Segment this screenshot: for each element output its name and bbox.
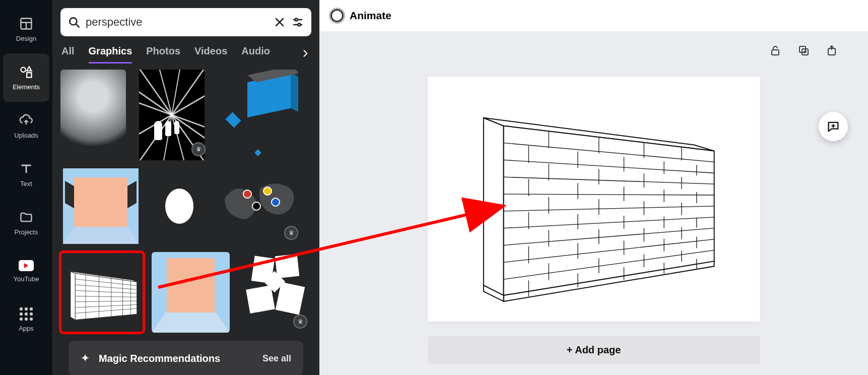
- svg-point-3: [21, 67, 26, 72]
- result-rays-people[interactable]: ♛: [134, 70, 210, 160]
- youtube-icon: [19, 260, 34, 271]
- magic-title: Magic Recommendations: [99, 353, 253, 364]
- canvas-area: Animate: [319, 0, 868, 375]
- brick-wall-thumbnail: [62, 252, 143, 333]
- rail-projects[interactable]: Projects: [3, 199, 49, 247]
- elements-icon: [19, 65, 33, 79]
- apps-grid-icon: [20, 307, 33, 321]
- svg-marker-5: [27, 67, 31, 71]
- room-thumbnail: [63, 168, 139, 244]
- result-orange-room[interactable]: [60, 168, 141, 244]
- rail-label: Projects: [15, 228, 38, 236]
- search-icon: [68, 16, 81, 29]
- search-input[interactable]: [86, 16, 268, 29]
- rail-label: Elements: [13, 83, 40, 91]
- export-page-button[interactable]: [825, 43, 839, 57]
- svg-rect-4: [27, 73, 31, 77]
- tabs-scroll-right-button[interactable]: [300, 48, 310, 61]
- cloud-upload-icon: [19, 113, 33, 128]
- page-tools: [768, 43, 839, 57]
- tab-audio[interactable]: Audio: [241, 45, 270, 64]
- result-sculpture[interactable]: [60, 70, 126, 160]
- search-box: [60, 8, 311, 36]
- svg-marker-35: [484, 118, 504, 295]
- svg-line-7: [76, 24, 79, 27]
- rail-elements[interactable]: Elements: [3, 53, 49, 102]
- magic-recommendations-bar[interactable]: ✦ Magic Recommendations See all: [69, 341, 303, 375]
- folder-icon: [19, 210, 33, 224]
- tab-videos[interactable]: Videos: [194, 45, 227, 64]
- result-orange-room-wide[interactable]: [152, 252, 230, 333]
- rail-uploads[interactable]: Uploads: [3, 102, 49, 150]
- svg-marker-14: [70, 272, 75, 320]
- duplicate-page-button[interactable]: [796, 43, 811, 57]
- animate-button[interactable]: Animate: [350, 10, 391, 22]
- animate-icon: [330, 9, 344, 22]
- elements-panel: All Graphics Photos Videos Audio ♛: [52, 0, 319, 375]
- brick-wall-graphic[interactable]: [451, 94, 737, 304]
- rail-label: Uploads: [14, 132, 38, 139]
- add-page-button[interactable]: + Add page: [428, 336, 760, 364]
- rail-text[interactable]: Text: [3, 150, 49, 199]
- sculpture-thumbnail: [60, 70, 126, 160]
- search-filters-button[interactable]: [291, 16, 304, 29]
- templates-icon: [19, 17, 33, 31]
- tab-all[interactable]: All: [61, 45, 75, 64]
- tab-graphics[interactable]: Graphics: [89, 45, 132, 64]
- result-white-ellipse[interactable]: [149, 168, 210, 244]
- rail-youtube[interactable]: YouTube: [3, 247, 49, 295]
- element-type-tabs: All Graphics Photos Videos Audio: [52, 40, 319, 64]
- clear-search-button[interactable]: [273, 16, 286, 29]
- lock-page-button[interactable]: [768, 43, 782, 57]
- tab-photos[interactable]: Photos: [146, 45, 180, 64]
- svg-rect-29: [772, 50, 779, 55]
- text-icon: [19, 162, 33, 176]
- rail-label: Design: [16, 35, 36, 42]
- rail-apps[interactable]: Apps: [3, 295, 49, 344]
- rail-label: YouTube: [13, 275, 39, 283]
- canvas-page[interactable]: [428, 77, 760, 322]
- result-brick-wall[interactable]: [60, 252, 144, 333]
- tool-rail: Design Elements Uploads Text Projects Yo…: [0, 0, 52, 375]
- svg-point-13: [298, 24, 301, 26]
- cubes-thumbnail: [220, 70, 296, 160]
- svg-point-6: [70, 18, 77, 25]
- result-shatter[interactable]: ♛: [238, 252, 311, 333]
- see-all-link[interactable]: See all: [262, 353, 291, 364]
- canvas-toolbar: Animate: [319, 0, 868, 31]
- result-blue-cubes[interactable]: [218, 70, 298, 160]
- rail-label: Apps: [19, 325, 34, 332]
- rail-design[interactable]: Design: [3, 5, 49, 53]
- comment-add-icon: [826, 119, 840, 134]
- comment-fab[interactable]: [819, 112, 848, 141]
- crown-icon: ♛: [284, 226, 298, 240]
- sparkle-icon: ✦: [81, 352, 90, 365]
- rail-label: Text: [20, 180, 32, 188]
- crown-icon: ♛: [293, 315, 307, 329]
- ellipse-thumbnail: [165, 189, 193, 224]
- result-world-map[interactable]: ♛: [218, 168, 302, 244]
- room-wide-thumbnail: [152, 252, 230, 333]
- svg-point-12: [295, 19, 298, 21]
- results-grid: ♛: [52, 64, 319, 375]
- crown-icon: ♛: [191, 142, 206, 156]
